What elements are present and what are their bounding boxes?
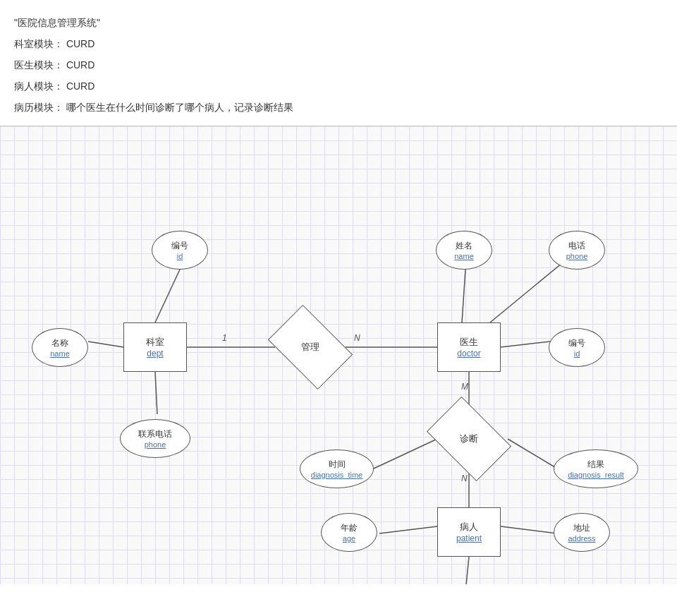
attr-dept-name-en: name [50,349,70,358]
attr-diag-result-en: diagnosis_result [568,471,624,479]
svg-line-10 [508,439,557,469]
svg-line-7 [501,342,550,347]
attr-patient-age-cn: 年龄 [341,522,358,534]
multi-n2: N [461,473,468,483]
entity-patient: 病人 patient [437,507,501,557]
module-doctor-value: CURD [66,59,94,71]
attr-diag-result-cn: 结果 [587,459,604,471]
er-diagram: 科室 dept 医生 doctor 病人 patient 管理 诊断 编号 id… [0,126,677,584]
entity-dept-en: dept [147,349,163,358]
attr-doctor-id: 编号 id [549,328,605,367]
module-patient: 病人模块： CURD [14,76,663,96]
attr-dept-name-cn: 名称 [51,337,68,349]
svg-line-2 [155,372,157,414]
attr-dept-name: 名称 name [32,328,88,367]
entity-doctor-cn: 医生 [460,336,478,349]
attr-dept-id-en: id [177,252,183,260]
module-dept-label: 科室模块： [14,38,63,49]
attr-diag-time: 时间 diagnosis_time [300,449,374,488]
entity-doctor: 医生 doctor [437,322,501,372]
module-history-value: 哪个医生在什么时间诊断了哪个病人，记录诊断结果 [66,102,293,113]
module-dept: 科室模块： CURD [14,34,663,54]
multi-m: M [461,382,468,392]
module-patient-value: CURD [66,80,94,92]
multi-1: 1 [222,333,227,343]
module-history: 病历模块： 哪个医生在什么时间诊断了哪个病人，记录诊断结果 [14,97,663,117]
module-doctor: 医生模块： CURD [14,55,663,75]
attr-dept-phone: 联系电话 phone [120,419,190,458]
attr-dept-phone-cn: 联系电话 [138,428,172,440]
module-doctor-label: 医生模块： [14,59,63,71]
svg-line-1 [88,342,123,347]
attr-doctor-id-cn: 编号 [568,337,585,349]
attr-dept-id: 编号 id [152,231,208,270]
entity-patient-cn: 病人 [460,521,478,533]
entity-dept: 科室 dept [123,322,187,372]
attr-doctor-name-cn: 姓名 [456,240,472,252]
page-title: "医院信息管理系统" [14,13,663,32]
svg-line-14 [465,557,469,584]
attr-dept-phone-en: phone [145,440,166,449]
attr-diag-time-en: diagnosis_time [311,471,362,479]
svg-line-0 [155,270,180,322]
svg-line-13 [501,526,557,533]
svg-line-9 [374,439,437,469]
header-section: "医院信息管理系统" 科室模块： CURD 医生模块： CURD 病人模块： C… [0,0,677,126]
svg-line-5 [462,270,465,322]
module-history-label: 病历模块： [14,102,63,113]
relation-diagnosis: 诊断 [434,414,504,464]
attr-diag-result: 结果 diagnosis_result [554,449,638,488]
attr-patient-address: 地址 address [554,513,610,552]
relation-manage-label: 管理 [301,341,319,354]
attr-patient-address-en: address [568,534,595,543]
attr-doctor-phone: 电话 phone [549,231,605,270]
module-dept-value: CURD [66,38,94,49]
attr-doctor-phone-en: phone [566,252,588,260]
svg-line-12 [379,526,437,533]
attr-diag-time-cn: 时间 [329,459,346,471]
entity-patient-en: patient [456,533,482,543]
attr-patient-age-en: age [343,534,355,543]
relation-diagnosis-label: 诊断 [460,433,478,445]
attr-doctor-name: 姓名 name [436,231,492,270]
attr-doctor-id-en: id [574,349,580,358]
attr-patient-age: 年龄 age [321,513,377,552]
attr-dept-id-cn: 编号 [171,240,188,252]
attr-patient-address-cn: 地址 [573,522,590,534]
attr-doctor-name-en: name [454,252,474,260]
relation-manage: 管理 [275,322,346,372]
entity-doctor-en: doctor [457,349,480,358]
multi-n1: N [354,333,360,343]
entity-dept-cn: 科室 [146,336,164,349]
module-patient-label: 病人模块： [14,80,63,92]
attr-doctor-phone-cn: 电话 [568,240,585,252]
